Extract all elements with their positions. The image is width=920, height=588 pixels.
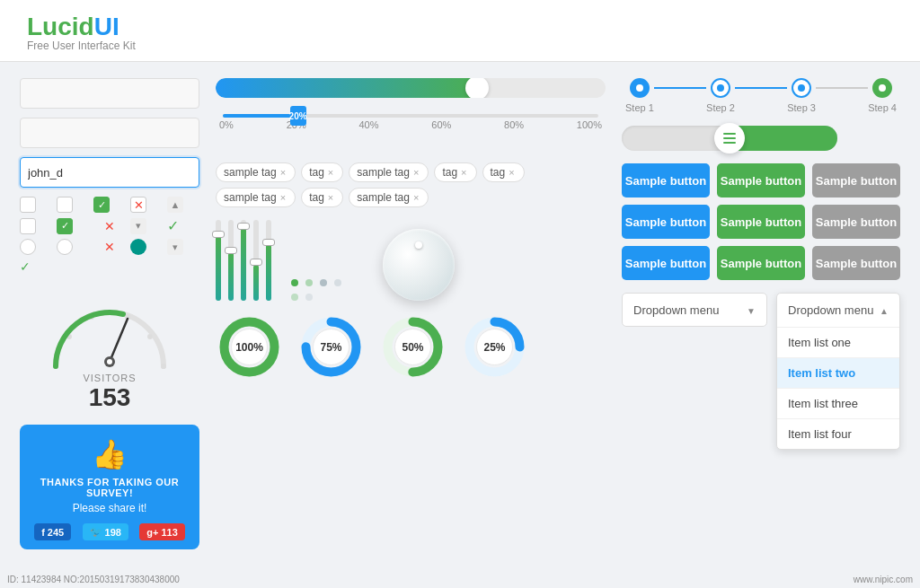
tag-4[interactable]: tag×	[434, 162, 476, 182]
checkbox-checked-green-2[interactable]: ✓	[57, 218, 73, 234]
check-icon-green: ✓	[167, 217, 199, 234]
radio-unchecked-1[interactable]	[20, 239, 36, 255]
tag-5[interactable]: tag×	[482, 162, 525, 182]
step-line-2	[735, 87, 787, 89]
radio-teal-filled[interactable]	[130, 239, 146, 255]
v-slider-4[interactable]	[253, 220, 259, 301]
tag-2[interactable]: tag×	[301, 162, 343, 182]
logo-ui: UI	[94, 13, 119, 40]
controls-grid: ✓ ✕ ▲ ✓ ✕ ▾ ✓ ✕ ▾ ✓	[20, 197, 199, 274]
watermark-right: www.nipic.com	[854, 575, 913, 584]
twitter-icon: 🐦	[90, 526, 102, 538]
v-slider-2[interactable]	[228, 220, 234, 301]
dropdown-item-1[interactable]: Item list one	[777, 328, 899, 358]
donut-25: 25%	[461, 313, 528, 381]
sample-button-7[interactable]: Sample button	[622, 246, 710, 280]
dropdown-item-3[interactable]: Item list three	[777, 389, 899, 419]
googleplus-icon: g+	[146, 527, 158, 538]
v-slider-3[interactable]	[241, 220, 246, 301]
checkbox-checked-green[interactable]: ✓	[93, 197, 110, 213]
gauge-label: VISITORS	[20, 373, 199, 383]
donut-svg-75: 75%	[297, 313, 365, 381]
buttons-grid: Sample button Sample button Sample butto…	[622, 163, 900, 280]
input-plain-1	[20, 78, 199, 109]
toggle-thumb[interactable]	[714, 123, 745, 154]
step-label-2: Step 2	[706, 102, 735, 113]
sample-button-1[interactable]: Sample button	[622, 163, 710, 197]
dot-green-1	[291, 279, 298, 286]
checkbox-unchecked-1[interactable]	[20, 197, 36, 213]
v-slider-5[interactable]	[266, 220, 271, 301]
step-circle-1	[630, 78, 650, 98]
gauge-svg	[38, 290, 181, 371]
twitter-button[interactable]: 🐦 198	[83, 523, 128, 540]
tag-1[interactable]: sample tag×	[216, 162, 296, 182]
checkbox-unchecked-2[interactable]	[57, 197, 73, 213]
tag-close-6[interactable]: ×	[280, 192, 286, 203]
sample-button-5[interactable]: Sample button	[717, 205, 805, 239]
svg-point-5	[147, 334, 153, 339]
checkbox-unchecked-3[interactable]	[20, 218, 36, 234]
sample-button-4[interactable]: Sample button	[622, 205, 710, 239]
step-label-4: Step 4	[868, 102, 897, 113]
range-thumb[interactable]: 20%	[290, 106, 306, 126]
tag-7[interactable]: tag×	[301, 188, 343, 207]
tag-close-5[interactable]: ×	[509, 167, 514, 178]
range-tick-40: 40%	[358, 119, 378, 130]
tag-close-2[interactable]: ×	[328, 167, 333, 178]
sample-button-9[interactable]: Sample button	[812, 246, 900, 280]
chevron-up-icon	[880, 303, 889, 317]
sample-button-6[interactable]: Sample button	[812, 205, 900, 239]
arrow-down[interactable]: ▾	[167, 239, 183, 255]
tag-close-7[interactable]: ×	[328, 192, 333, 203]
facebook-button[interactable]: f 245	[34, 523, 71, 540]
toggle-line-2	[723, 137, 736, 139]
steps-section: Step 1 Step 2 Step 3 Step	[622, 78, 900, 113]
range-track[interactable]: 20%	[223, 114, 598, 118]
tag-3[interactable]: sample tag×	[349, 162, 429, 182]
arrow-up[interactable]: ▲	[167, 197, 183, 213]
input-plain-2	[20, 118, 199, 148]
v-slider-1[interactable]	[216, 220, 221, 301]
googleplus-button[interactable]: g+ 113	[139, 523, 185, 540]
dropdown-item-2[interactable]: Item list two	[777, 358, 899, 389]
tag-8[interactable]: sample tag×	[349, 188, 429, 207]
tags-section: sample tag× tag× sample tag× tag× tag× s…	[216, 162, 606, 207]
dot-green-3	[291, 294, 298, 301]
tag-close-8[interactable]: ×	[413, 192, 419, 203]
gauge: VISITORS 153	[20, 283, 199, 416]
svg-text:100%: 100%	[235, 341, 263, 354]
toggle-track[interactable]	[622, 126, 837, 151]
sample-button-2[interactable]: Sample button	[717, 163, 805, 197]
username-input[interactable]	[20, 157, 199, 188]
step-2: Step 2	[706, 78, 735, 113]
toggle-line-1	[723, 133, 736, 135]
checkbox-cross-red[interactable]: ✕	[130, 197, 146, 213]
toggle-lines-icon	[723, 133, 736, 144]
dropdown-open-header[interactable]: Dropdown menu	[777, 294, 899, 328]
range-thumb-label: 20%	[289, 111, 307, 121]
scrollbar-track[interactable]	[216, 78, 606, 98]
sample-button-3[interactable]: Sample button	[812, 163, 900, 197]
tag-close-4[interactable]: ×	[461, 167, 466, 178]
step-inner-1	[636, 84, 643, 92]
scrollbar-thumb[interactable]	[465, 78, 489, 98]
logo: LucidUI	[27, 13, 893, 41]
knob-control[interactable]	[383, 229, 455, 301]
tag-close-3[interactable]: ×	[413, 167, 419, 178]
radio-unchecked-2[interactable]	[57, 239, 73, 255]
knob-section	[383, 229, 455, 301]
arrow-mid[interactable]: ▾	[130, 218, 146, 234]
dropdown-item-4[interactable]: Item list four	[777, 419, 899, 449]
dropdown-open-label: Dropdown menu	[788, 303, 873, 317]
svg-text:50%: 50%	[402, 341, 423, 354]
range-tick-0: 0%	[219, 119, 234, 130]
cross-icon-3: ✕	[93, 240, 126, 254]
donut-svg-50: 50%	[379, 313, 447, 381]
dropdown-closed[interactable]: Dropdown menu	[622, 293, 767, 327]
tag-close-1[interactable]: ×	[280, 167, 286, 178]
dot-pattern	[291, 279, 354, 301]
sample-button-8[interactable]: Sample button	[717, 246, 805, 280]
tag-6[interactable]: sample tag×	[216, 188, 296, 207]
range-slider-wrap: 20% 0% 20% 40% 60% 80% 100%	[216, 107, 606, 150]
